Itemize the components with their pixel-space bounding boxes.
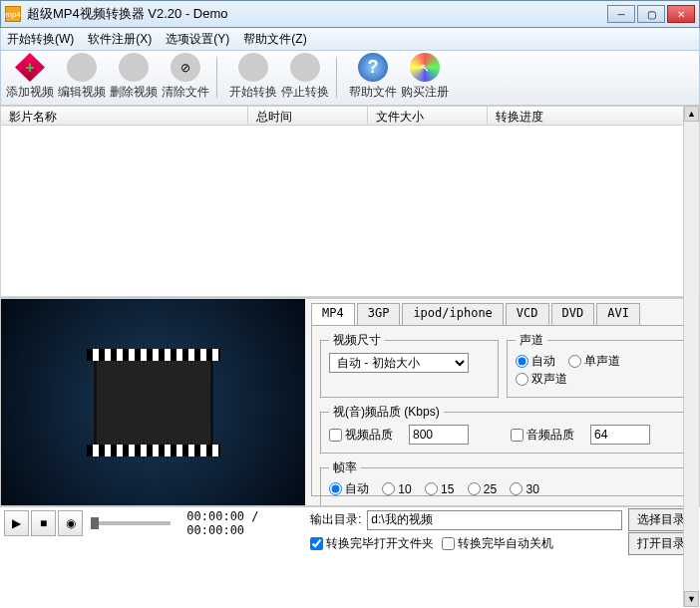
add-video-button[interactable]: + 添加视频 xyxy=(5,53,55,103)
format-tabs: MP4 3GP ipod/iphone VCD DVD AVI xyxy=(311,303,693,325)
scroll-up-icon[interactable]: ▲ xyxy=(684,106,699,122)
menu-start-convert[interactable]: 开始转换(W) xyxy=(7,31,74,48)
col-duration[interactable]: 总时间 xyxy=(248,107,368,125)
toolbar: + 添加视频 编辑视频 删除视频 ⊘ 清除文件 开始转换 停止转换 ? 帮助文件… xyxy=(0,50,700,106)
settings-panel: MP4 3GP ipod/iphone VCD DVD AVI 视频尺寸 自动 … xyxy=(305,299,699,505)
fps-auto-radio[interactable]: 自动 xyxy=(329,480,369,497)
close-button[interactable]: ✕ xyxy=(667,5,695,23)
video-quality-check[interactable]: 视频品质 xyxy=(329,427,393,444)
channels-group: 声道 自动 单声道 双声道 xyxy=(507,332,685,398)
minimize-button[interactable]: ─ xyxy=(607,5,635,23)
delete-video-button[interactable]: 删除视频 xyxy=(109,53,159,103)
menu-bar: 开始转换(W) 软件注册(X) 选项设置(Y) 帮助文件(Z) xyxy=(0,28,700,50)
framerate-group: 帧率 自动 10 15 25 30 xyxy=(320,459,684,505)
fps-15-radio[interactable]: 15 xyxy=(425,482,454,496)
filmstrip-icon xyxy=(94,358,213,448)
col-size[interactable]: 文件大小 xyxy=(368,107,488,125)
time-display: 00:00:00 / 00:00:00 xyxy=(186,509,292,537)
audio-quality-input[interactable] xyxy=(590,425,650,445)
channels-legend: 声道 xyxy=(516,332,547,349)
help-file-button[interactable]: ? 帮助文件 xyxy=(348,53,398,103)
seek-slider[interactable] xyxy=(91,521,171,525)
playback-controls: ▶ ■ ◉ 00:00:00 / 00:00:00 xyxy=(0,506,304,538)
toolbar-separator xyxy=(216,58,222,98)
video-quality-input[interactable] xyxy=(409,425,469,445)
maximize-button[interactable]: ▢ xyxy=(637,5,665,23)
delete-icon xyxy=(119,53,149,82)
output-path-input[interactable] xyxy=(367,510,622,530)
clear-files-button[interactable]: ⊘ 清除文件 xyxy=(161,53,210,103)
help-icon: ? xyxy=(358,53,388,82)
tab-dvd[interactable]: DVD xyxy=(551,303,595,325)
scroll-down-icon[interactable]: ▼ xyxy=(684,591,699,607)
audio-quality-check[interactable]: 音频品质 xyxy=(511,427,574,444)
col-progress[interactable]: 转换进度 xyxy=(488,107,699,125)
window-title: 超级MP4视频转换器 V2.20 - Demo xyxy=(27,5,607,23)
quality-legend: 视(音)频品质 (Kbps) xyxy=(329,404,444,421)
video-size-legend: 视频尺寸 xyxy=(329,332,385,349)
menu-help[interactable]: 帮助文件(Z) xyxy=(243,31,306,48)
file-list-body[interactable] xyxy=(0,126,700,297)
video-size-group: 视频尺寸 自动 - 初始大小 xyxy=(320,332,499,398)
fps-10-radio[interactable]: 10 xyxy=(382,482,411,496)
col-name[interactable]: 影片名称 xyxy=(1,107,248,125)
video-preview xyxy=(1,299,305,505)
output-row: 输出目录: 选择目录 xyxy=(304,506,700,532)
edit-icon xyxy=(67,53,97,82)
add-icon: + xyxy=(15,53,45,82)
stop-icon xyxy=(290,53,320,82)
tab-3gp[interactable]: 3GP xyxy=(357,303,401,325)
quality-group: 视(音)频品质 (Kbps) 视频品质 音频品质 xyxy=(320,404,684,454)
title-bar: mp4 超级MP4视频转换器 V2.20 - Demo ─ ▢ ✕ xyxy=(0,0,700,28)
app-icon: mp4 xyxy=(5,6,21,22)
register-icon: ↖ xyxy=(410,53,440,82)
stop-playback-button[interactable]: ■ xyxy=(31,510,56,536)
stop-convert-button[interactable]: 停止转换 xyxy=(280,53,330,103)
tab-ipod[interactable]: ipod/iphone xyxy=(402,303,503,325)
file-list-header: 影片名称 总时间 文件大小 转换进度 xyxy=(0,106,700,126)
open-folder-check[interactable]: 转换完毕打开文件夹 xyxy=(310,535,434,552)
tab-mp4[interactable]: MP4 xyxy=(311,303,355,325)
tab-vcd[interactable]: VCD xyxy=(506,303,549,325)
menu-options[interactable]: 选项设置(Y) xyxy=(166,31,229,48)
snapshot-button[interactable]: ◉ xyxy=(58,510,83,536)
start-convert-button[interactable]: 开始转换 xyxy=(228,53,278,103)
channel-mono-radio[interactable]: 单声道 xyxy=(568,353,620,370)
channel-auto-radio[interactable]: 自动 xyxy=(516,353,555,370)
start-icon xyxy=(238,53,268,82)
fps-30-radio[interactable]: 30 xyxy=(510,482,538,496)
video-size-select[interactable]: 自动 - 初始大小 xyxy=(329,353,469,373)
fps-25-radio[interactable]: 25 xyxy=(468,482,497,496)
output-label: 输出目录: xyxy=(310,511,361,528)
play-button[interactable]: ▶ xyxy=(4,510,29,536)
tab-avi[interactable]: AVI xyxy=(596,303,640,325)
buy-register-button[interactable]: ↖ 购买注册 xyxy=(400,53,450,103)
menu-register[interactable]: 软件注册(X) xyxy=(88,31,152,48)
channel-stereo-radio[interactable]: 双声道 xyxy=(516,371,567,388)
edit-video-button[interactable]: 编辑视频 xyxy=(57,53,107,103)
shutdown-check[interactable]: 转换完毕自动关机 xyxy=(442,535,553,552)
toolbar-separator xyxy=(336,58,342,98)
vertical-scrollbar[interactable]: ▲ ▼ xyxy=(683,106,699,607)
clear-icon: ⊘ xyxy=(171,53,200,82)
framerate-legend: 帧率 xyxy=(329,459,361,476)
